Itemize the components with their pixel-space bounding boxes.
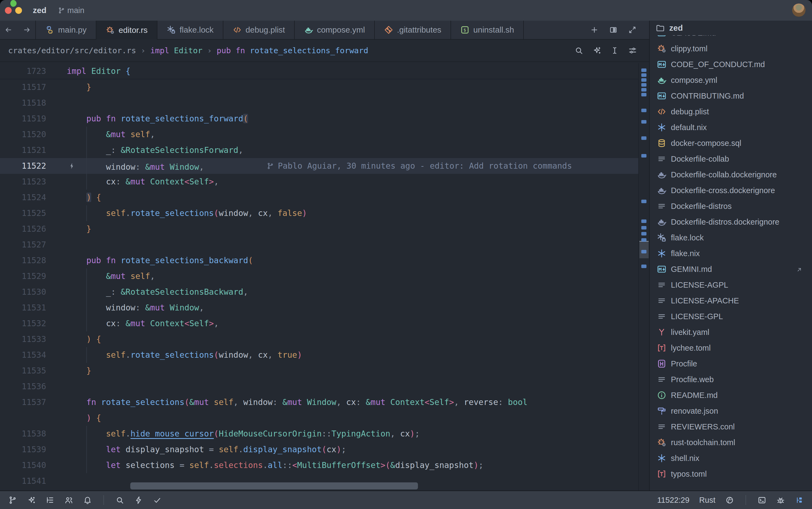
diagnostics-icon[interactable] bbox=[153, 496, 162, 505]
file-item-Dockerfile-distros[interactable]: Dockerfile-distros bbox=[650, 198, 812, 214]
code-line[interactable]: ) { bbox=[0, 410, 638, 426]
code-line[interactable]: 11525 self.rotate_selections(window, cx,… bbox=[0, 205, 638, 221]
file-item-typos.toml[interactable]: typos.toml bbox=[650, 466, 812, 482]
tab-compose-yml[interactable]: compose.yml bbox=[295, 21, 375, 39]
code-line[interactable]: 11522 window: &mut Window,Pablo Aguiar, … bbox=[0, 158, 638, 174]
tab-gitattributes[interactable]: .gitattributes bbox=[375, 21, 451, 39]
code-line[interactable]: 11532 cx: &mut Context<Self>, bbox=[0, 316, 638, 331]
file-item-shell.nix[interactable]: shell.nix bbox=[650, 450, 812, 466]
buffer-search-icon[interactable] bbox=[574, 46, 584, 55]
file-item-Dockerfile-collab.dockerignore[interactable]: Dockerfile-collab.dockerignore bbox=[650, 167, 812, 182]
quick-actions-icon[interactable] bbox=[134, 496, 143, 505]
file-item-debug.plist[interactable]: debug.plist bbox=[650, 104, 812, 120]
code-line[interactable]: 11529 &mut self, bbox=[0, 268, 638, 284]
outline-panel-icon[interactable] bbox=[46, 496, 54, 505]
vertical-scrollbar[interactable] bbox=[638, 63, 649, 490]
code-line[interactable]: 11533 ) { bbox=[0, 331, 638, 347]
code-line[interactable]: 11536 bbox=[0, 379, 638, 395]
tab-flake-lock[interactable]: flake.lock bbox=[157, 21, 223, 39]
tab-main-py[interactable]: main.py bbox=[36, 21, 96, 39]
file-item-REVIEWERS.conl[interactable]: REVIEWERS.conl bbox=[650, 419, 812, 435]
sticky-header-line[interactable]: 1723impl Editor { bbox=[0, 63, 638, 79]
code-line[interactable]: 11517 } bbox=[0, 79, 638, 95]
collab-panel-icon[interactable] bbox=[64, 496, 73, 505]
code-line[interactable]: 11518 bbox=[0, 95, 638, 111]
file-item-Dockerfile-collab[interactable]: Dockerfile-collab bbox=[650, 151, 812, 167]
diff-marker bbox=[641, 88, 647, 92]
code-line[interactable]: 11527 bbox=[0, 237, 638, 252]
file-item-LICENSE-AGPL[interactable]: LICENSE-AGPL bbox=[650, 277, 812, 293]
titlebar: zed main bbox=[0, 0, 812, 21]
code-line[interactable]: 11531 window: &mut Window, bbox=[0, 300, 638, 316]
file-item-GEMINI.md[interactable]: GEMINI.md bbox=[650, 261, 812, 277]
file-item-README.md[interactable]: README.md bbox=[650, 387, 812, 403]
file-item-Dockerfile-distros.dockerignore[interactable]: Dockerfile-distros.dockerignore bbox=[650, 214, 812, 230]
vertical-scrollbar-thumb[interactable] bbox=[639, 241, 649, 258]
file-item-Dockerfile-cross.dockerignore[interactable]: Dockerfile-cross.dockerignore bbox=[650, 182, 812, 198]
file-item-livekit.yaml[interactable]: livekit.yaml bbox=[650, 324, 812, 340]
file-item-Procfile.web[interactable]: Procfile.web bbox=[650, 372, 812, 387]
code-editor[interactable]: 1723impl Editor { 11517 }1151811519 pub … bbox=[0, 63, 649, 490]
horizontal-scrollbar-thumb[interactable] bbox=[130, 482, 418, 489]
project-root[interactable]: zed bbox=[650, 21, 812, 35]
workspace: main.pyeditor.rsflake.lockdebug.plistcom… bbox=[0, 21, 812, 490]
assistant-panel-icon[interactable] bbox=[27, 496, 36, 505]
navigate-forward-button[interactable] bbox=[23, 26, 31, 34]
code-line[interactable]: 11523 cx: &mut Context<Self>, bbox=[0, 174, 638, 190]
file-item-CONTRIBUTING.md[interactable]: CONTRIBUTING.md bbox=[650, 88, 812, 104]
close-button[interactable] bbox=[5, 7, 12, 14]
terminal-panel-icon[interactable] bbox=[758, 496, 766, 505]
debugger-icon[interactable] bbox=[776, 496, 785, 505]
cursor-position[interactable]: 11522:29 bbox=[657, 496, 690, 505]
diff-marker bbox=[641, 73, 647, 77]
project-search-icon[interactable] bbox=[115, 496, 124, 505]
file-item-Procfile[interactable]: Procfile bbox=[650, 356, 812, 372]
file-item-LICENSE-GPL[interactable]: LICENSE-GPL bbox=[650, 309, 812, 324]
code-line[interactable]: 11524 ) { bbox=[0, 190, 638, 205]
text-cursor-icon[interactable] bbox=[610, 46, 619, 55]
zoom-pane-button[interactable] bbox=[628, 26, 637, 34]
tab-uninstall-sh[interactable]: $uninstall.sh bbox=[451, 21, 524, 39]
file-item-default.nix[interactable]: default.nix bbox=[650, 120, 812, 135]
navigate-back-button[interactable] bbox=[4, 26, 12, 34]
project-panel-toggle-icon[interactable] bbox=[795, 496, 804, 505]
file-item-compose.yml[interactable]: compose.yml bbox=[650, 72, 812, 88]
code-line[interactable]: 11521 _: &RotateSelectionsForward, bbox=[0, 142, 638, 158]
file-item-clippy.toml[interactable]: clippy.toml bbox=[650, 41, 812, 57]
code-line[interactable]: 11526 } bbox=[0, 221, 638, 237]
split-pane-button[interactable] bbox=[609, 26, 618, 34]
language-selector[interactable]: Rust bbox=[699, 496, 715, 505]
notifications-icon[interactable] bbox=[83, 496, 92, 505]
git-branch-switcher[interactable]: main bbox=[58, 6, 84, 15]
code-line[interactable]: 11535 } bbox=[0, 363, 638, 379]
code-line[interactable]: 11528 pub fn rotate_selections_backward( bbox=[0, 252, 638, 268]
edit-prediction-icon[interactable] bbox=[725, 496, 734, 505]
minimize-button[interactable] bbox=[15, 7, 22, 14]
file-item-CODE_OF_CONDUCT.md[interactable]: CODE_OF_CONDUCT.md bbox=[650, 57, 812, 72]
file-item-docker-compose.sql[interactable]: docker-compose.sql bbox=[650, 135, 812, 151]
tab-debug-plist[interactable]: debug.plist bbox=[223, 21, 295, 39]
code-line[interactable]: 11519 pub fn rotate_selections_forward( bbox=[0, 111, 638, 127]
inline-assist-icon[interactable] bbox=[592, 46, 601, 55]
file-item-LICENSE-APACHE[interactable]: LICENSE-APACHE bbox=[650, 293, 812, 309]
code-line[interactable]: 11539 let display_snapshot = self.displa… bbox=[0, 442, 638, 457]
user-avatar[interactable] bbox=[792, 3, 806, 17]
editor-settings-icon[interactable] bbox=[628, 46, 637, 55]
breadcrumb[interactable]: crates/editor/src/editor.rs › impl Edito… bbox=[8, 46, 368, 55]
code-line[interactable]: 11520 &mut self, bbox=[0, 127, 638, 142]
file-item-lychee.toml[interactable]: lychee.toml bbox=[650, 340, 812, 356]
git-blame-annotation[interactable]: Pablo Aguiar, 30 minutes ago - editor: A… bbox=[266, 158, 572, 174]
code-line[interactable]: 11537 fn rotate_selections(&mut self, wi… bbox=[0, 395, 638, 410]
new-tab-button[interactable] bbox=[590, 26, 599, 34]
code-line[interactable]: 11538 self.hide_mouse_cursor(HideMouseCu… bbox=[0, 426, 638, 442]
file-item-rust-toolchain.toml[interactable]: rust-toolchain.toml bbox=[650, 435, 812, 450]
code-line[interactable]: 11530 _: &RotateSelectionsBackward, bbox=[0, 284, 638, 300]
file-item-flake.lock[interactable]: flake.lock bbox=[650, 230, 812, 245]
file-item-renovate.json[interactable]: renovate.json bbox=[650, 403, 812, 419]
file-item-flake.nix[interactable]: flake.nix bbox=[650, 245, 812, 261]
code-line[interactable]: 11540 let selections = self.selections.a… bbox=[0, 457, 638, 473]
code-line[interactable]: 11534 self.rotate_selections(window, cx,… bbox=[0, 347, 638, 363]
tab-editor-rs[interactable]: editor.rs bbox=[96, 21, 157, 40]
git-panel-icon[interactable] bbox=[8, 496, 17, 505]
maximize-button[interactable] bbox=[10, 0, 16, 7]
